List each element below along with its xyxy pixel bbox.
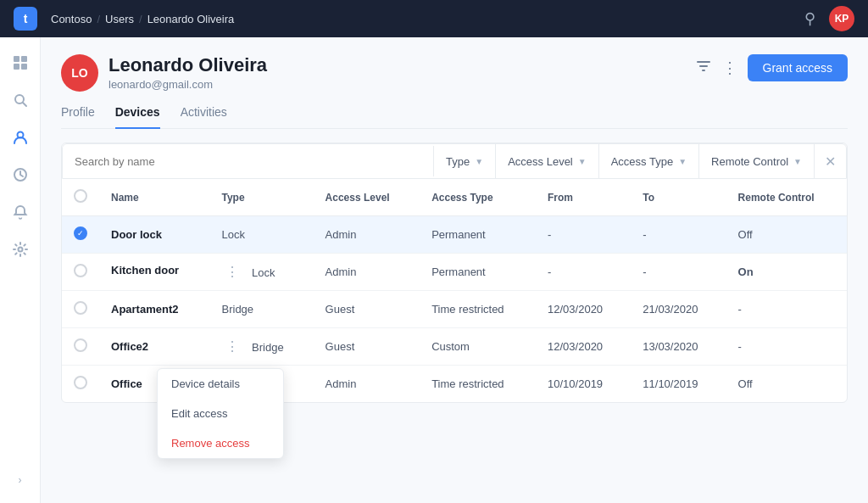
row-checkbox[interactable]	[74, 301, 87, 315]
device-type: ⋮ Bridge	[210, 328, 314, 366]
filter-icon[interactable]	[695, 58, 712, 79]
search-icon[interactable]: ⚲	[801, 6, 819, 31]
device-type: Lock	[210, 216, 314, 254]
context-menu-remove-access[interactable]: Remove access	[158, 428, 283, 458]
device-remote-control: On	[726, 254, 847, 291]
device-to: 21/03/2020	[631, 291, 726, 328]
access-level-filter-caret: ▼	[578, 157, 587, 166]
content-area: LO Leonardo Oliveira leonardo@gmail.com …	[41, 37, 868, 503]
device-access-level: Guest	[314, 328, 420, 366]
svg-point-8	[18, 248, 22, 252]
table-row: Kitchen door ⋮ Lock Admin Permanent - - …	[62, 254, 847, 291]
sidebar-icon-person[interactable]	[5, 122, 36, 153]
device-remote-control: Off	[726, 366, 847, 403]
device-name: Kitchen door	[111, 264, 179, 277]
breadcrumb: Contoso / Users / Leonardo Oliveira	[51, 13, 234, 25]
access-level-filter[interactable]: Access Level ▼	[496, 144, 599, 178]
col-to: To	[631, 179, 726, 216]
sidebar-icon-bell[interactable]	[5, 197, 36, 227]
device-access-type: Custom	[420, 328, 536, 366]
device-access-type: Permanent	[420, 216, 536, 254]
tab-activities[interactable]: Activities	[181, 105, 227, 129]
topnav-actions: ⚲ KP	[801, 6, 854, 31]
device-name: Door lock	[111, 228, 162, 241]
device-access-type: Time restricted	[420, 291, 536, 328]
device-from: 10/10/2019	[536, 366, 631, 403]
filter-bar: Type ▼ Access Level ▼ Access Type ▼ Remo…	[62, 143, 847, 179]
avatar[interactable]: KP	[829, 6, 854, 31]
table-header-row: Name Type Access Level Access Type From …	[62, 179, 847, 216]
device-access-level: Admin	[314, 216, 420, 254]
type-filter[interactable]: Type ▼	[434, 144, 496, 178]
row-checkbox[interactable]	[74, 226, 87, 240]
row-checkbox[interactable]	[74, 264, 87, 277]
type-filter-caret: ▼	[475, 157, 483, 166]
table-row: Office2 ⋮ Bridge Guest Custom 12/03/2020…	[62, 328, 847, 366]
device-remote-control: -	[726, 291, 847, 328]
select-all-checkbox[interactable]	[74, 189, 87, 203]
context-menu-device-details[interactable]: Device details	[158, 369, 283, 399]
access-type-filter-caret: ▼	[678, 157, 687, 166]
breadcrumb-users[interactable]: Users	[105, 13, 134, 25]
row-checkbox[interactable]	[74, 376, 87, 389]
col-remote-control: Remote Control	[726, 179, 847, 216]
user-email: leonardo@gmail.com	[108, 78, 267, 91]
sidebar-icon-grid[interactable]	[5, 48, 36, 78]
table-row: Apartament2 Bridge Guest Time restricted…	[62, 291, 847, 328]
col-access-type: Access Type	[420, 179, 536, 216]
device-to: 13/03/2020	[631, 328, 726, 366]
topnav: t Contoso / Users / Leonardo Oliveira ⚲ …	[0, 0, 868, 37]
remote-control-filter-caret: ▼	[793, 157, 802, 166]
access-type-filter[interactable]: Access Type ▼	[599, 144, 699, 178]
device-from: -	[536, 216, 631, 254]
col-from: From	[536, 179, 631, 216]
row-checkbox[interactable]	[74, 338, 87, 352]
breadcrumb-user: Leonardo Oliveira	[147, 13, 235, 25]
more-options-icon[interactable]: ⋮	[722, 59, 737, 77]
table-row: Door lock Lock Admin Permanent - - Off	[62, 216, 847, 254]
context-menu-edit-access[interactable]: Edit access	[158, 399, 283, 428]
svg-rect-1	[21, 56, 27, 62]
sidebar-icon-clock[interactable]	[5, 159, 36, 190]
device-remote-control: -	[726, 328, 847, 366]
device-type: ⋮ Lock	[210, 254, 314, 291]
breadcrumb-contoso[interactable]: Contoso	[51, 13, 92, 25]
device-from: -	[536, 254, 631, 291]
svg-rect-2	[14, 64, 19, 70]
sidebar-expand-button[interactable]: ›	[12, 467, 29, 493]
device-name: Office	[111, 377, 142, 390]
device-access-level: Admin	[314, 254, 420, 291]
header-actions: ⋮ Grant access	[695, 54, 848, 81]
device-type: Bridge	[210, 291, 314, 328]
remote-control-filter[interactable]: Remote Control ▼	[699, 144, 815, 178]
user-info: Leonardo Oliveira leonardo@gmail.com	[108, 54, 267, 91]
row-menu-button[interactable]: ⋮	[222, 338, 242, 355]
device-from: 12/03/2020	[536, 291, 631, 328]
col-name: Name	[99, 179, 210, 216]
search-input[interactable]	[63, 147, 433, 176]
sidebar: ›	[0, 37, 41, 503]
device-to: 11/10/2019	[631, 366, 726, 403]
device-name: Office2	[111, 340, 148, 353]
device-access-type: Time restricted	[420, 366, 536, 403]
sidebar-icon-search[interactable]	[5, 85, 36, 115]
device-remote-control: Off	[726, 216, 847, 254]
tab-profile[interactable]: Profile	[61, 105, 95, 129]
device-to: -	[631, 216, 726, 254]
svg-rect-3	[21, 64, 27, 70]
svg-rect-0	[14, 56, 19, 62]
grant-access-button[interactable]: Grant access	[748, 54, 848, 81]
tab-devices[interactable]: Devices	[115, 105, 160, 129]
device-name: Apartament2	[111, 303, 178, 316]
svg-line-5	[23, 103, 26, 106]
user-name: Leonardo Oliveira	[108, 54, 267, 76]
main-layout: › LO Leonardo Oliveira leonardo@gmail.co…	[0, 37, 868, 503]
context-menu: Device details Edit access Remove access	[157, 368, 284, 459]
row-menu-button[interactable]: ⋮	[222, 263, 242, 281]
user-header: LO Leonardo Oliveira leonardo@gmail.com …	[61, 54, 848, 92]
sidebar-icon-gear[interactable]	[5, 234, 36, 265]
device-access-level: Guest	[314, 291, 420, 328]
filter-clear-button[interactable]: ✕	[815, 154, 846, 170]
device-access-type: Permanent	[420, 254, 536, 291]
device-access-level: Admin	[314, 366, 420, 403]
